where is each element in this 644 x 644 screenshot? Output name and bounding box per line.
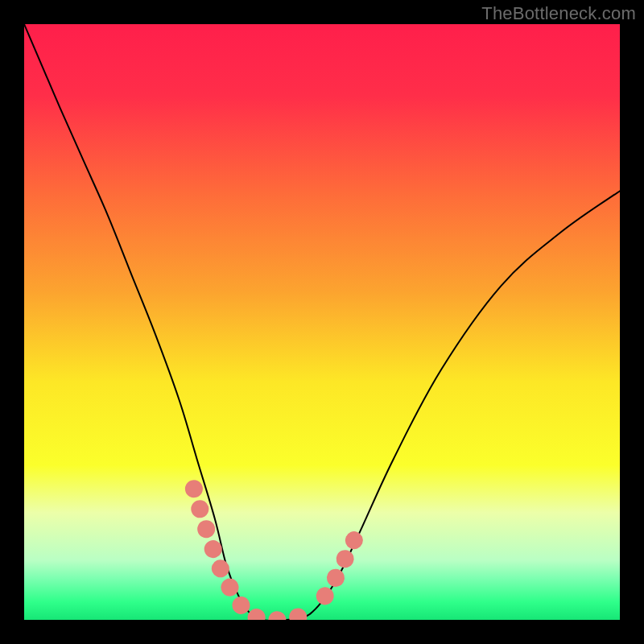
chart-stage: TheBottleneck.com [0,0,644,644]
curve-svg [24,24,620,620]
bottleneck-curve [24,24,620,620]
highlight-bottom [257,615,304,620]
plot-area [24,24,620,620]
highlight-left [194,489,257,617]
highlight-right [325,525,361,597]
watermark-text: TheBottleneck.com [481,3,636,24]
